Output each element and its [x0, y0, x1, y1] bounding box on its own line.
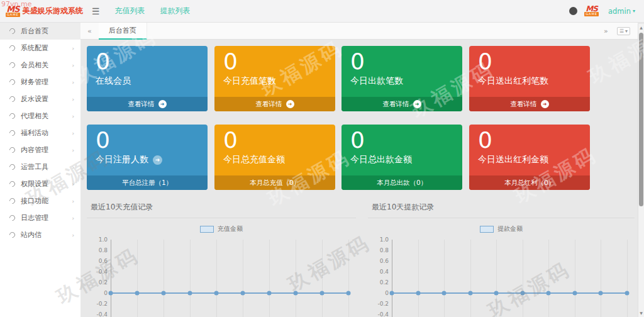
user-dropdown[interactable]: admin ▾	[608, 7, 635, 16]
sidebar-item-label: 内容管理	[21, 145, 72, 155]
view-details-link[interactable]: 查看详情 ➜	[341, 97, 462, 111]
stat-card-online-members: 0 在线会员 查看详情 ➜	[87, 46, 208, 111]
sidebar-item-rebate[interactable]: 反水设置 ›	[0, 91, 80, 108]
sidebar-item-label: 福利活动	[21, 128, 72, 138]
chart-legend[interactable]: 充值金额	[87, 225, 356, 233]
sidebar-item-welfare[interactable]: 福利活动 ›	[0, 125, 80, 142]
sidebar-item-agents[interactable]: 代理相关 ›	[0, 108, 80, 125]
stat-value: 0	[478, 48, 590, 75]
ms-badge-game-text: GAME	[584, 12, 599, 16]
scroll-tabs-right-button[interactable]: »	[604, 27, 608, 35]
data-point	[547, 291, 551, 296]
gridline	[190, 240, 191, 317]
gridline	[601, 240, 601, 317]
nav-recharge-list[interactable]: 充值列表	[115, 6, 145, 16]
scroll-down-icon[interactable]: ▼	[638, 309, 644, 317]
gridline	[470, 240, 471, 317]
stat-card-today-registrations: 0 今日注册人数 ➜ 平台总注册（1）	[87, 125, 208, 190]
nav-withdraw-list[interactable]: 提款列表	[160, 6, 191, 16]
sidebar-item-members[interactable]: 会员相关 ›	[0, 57, 80, 74]
hamburger-menu-icon[interactable]: ☰	[92, 6, 100, 16]
y-axis-tick: -0.4	[96, 311, 108, 317]
sidebar-item-api[interactable]: 接口功能 ›	[0, 192, 80, 209]
sidebar-item-label: 系统配置	[21, 43, 72, 53]
sidebar-item-finance[interactable]: 财务管理 ›	[0, 74, 80, 91]
sidebar-item-dashboard[interactable]: 后台首页	[0, 23, 80, 40]
y-axis: 1.00.80.60.40.20-0.2-0.4-0.6	[88, 240, 108, 317]
sidebar-item-operation-tools[interactable]: 运营工具 ›	[0, 158, 80, 175]
view-details-link[interactable]: 查看详情 ➜	[214, 97, 335, 111]
circle-icon	[8, 129, 16, 137]
scrollbar-thumb[interactable]	[639, 33, 643, 206]
data-point	[599, 291, 603, 296]
y-axis-tick: 0.8	[99, 247, 108, 253]
sidebar-item-label: 反水设置	[21, 94, 72, 104]
view-details-label: 查看详情	[128, 100, 155, 109]
sidebar-item-system-config[interactable]: 系统配置 ›	[0, 40, 80, 57]
y-axis-tick: 1.0	[380, 236, 389, 243]
circle-icon	[8, 214, 16, 222]
submenu-arrow-icon: ›	[72, 113, 74, 120]
tab-list-dropdown[interactable]: ☰ ▾	[617, 27, 630, 35]
y-axis-tick: 0.4	[380, 269, 389, 275]
ms-logo-game-text: GAME	[6, 13, 20, 17]
stat-value: 0	[223, 48, 335, 75]
circle-icon	[8, 78, 16, 86]
message-icon[interactable]	[569, 7, 577, 15]
data-point	[294, 291, 298, 296]
tab-bar-right: » ☰ ▾	[604, 27, 638, 35]
recharge-chart-panel: 最近10天充值记录 充值金额 1.00.80.60.40.20-0.2-0.4-…	[87, 196, 356, 317]
data-point	[442, 291, 447, 296]
stat-value: 0	[96, 48, 208, 75]
circle-icon	[8, 61, 16, 69]
sidebar-item-label: 日志管理	[21, 213, 72, 223]
stat-label: 今日出款笔数	[350, 75, 462, 87]
vertical-scrollbar[interactable]: ▲ ▼	[638, 24, 644, 317]
view-details-label: 查看详情	[256, 100, 282, 109]
ms-badge-text: MS	[586, 6, 597, 12]
sidebar-item-logs[interactable]: 日志管理 ›	[0, 209, 80, 226]
view-details-label: 查看详情	[383, 100, 409, 109]
circle-icon	[8, 180, 16, 188]
data-line	[111, 292, 348, 294]
data-point	[320, 291, 325, 296]
submenu-arrow-icon: ›	[72, 62, 74, 69]
app-logo: MS GAME 美盛娱乐游戏系统	[0, 6, 80, 17]
sidebar-item-content[interactable]: 内容管理 ›	[0, 142, 80, 158]
gridline	[575, 240, 575, 317]
circle-icon	[8, 197, 16, 205]
ms-logo-icon: MS GAME	[6, 6, 20, 17]
arrow-right-icon: ➜	[286, 100, 294, 108]
scroll-up-icon[interactable]: ▲	[638, 24, 644, 31]
sidebar-item-permissions[interactable]: 权限设置 ›	[0, 175, 80, 192]
y-axis-tick: 1.0	[99, 236, 108, 243]
stat-label: 今日送出红利笔数	[478, 75, 590, 87]
view-details-link[interactable]: 查看详情 ➜	[469, 97, 590, 111]
gridline	[444, 240, 445, 317]
y-axis-line	[111, 240, 111, 317]
chart-legend[interactable]: 提款金额	[368, 225, 635, 233]
tab-dashboard[interactable]: 后台首页	[99, 23, 147, 40]
stat-label: 今日充值笔数	[223, 75, 335, 87]
data-point	[162, 291, 166, 296]
y-axis-tick: 0.6	[99, 258, 108, 264]
gridline	[137, 240, 138, 317]
arrow-right-icon: ➜	[158, 100, 167, 108]
footer-note-text: 本月总红利（0）	[504, 179, 555, 187]
data-point	[520, 291, 525, 296]
withdraw-chart-panel: 最近10天提款记录 提款金额 1.00.80.60.40.20-0.2-0.4-…	[368, 196, 635, 317]
card-footer-note: 本月总红利（0）	[469, 175, 590, 190]
scroll-tabs-left-button[interactable]: «	[80, 27, 99, 35]
stat-card-today-withdrawals: 0 今日出款笔数 查看详情 ➜	[341, 46, 462, 111]
stat-value: 0	[478, 127, 590, 153]
y-axis-tick: 0.4	[99, 269, 108, 275]
sidebar-item-messages[interactable]: 站内信 ›	[0, 226, 80, 243]
y-axis-tick: 0	[385, 290, 389, 296]
circle-icon	[8, 95, 16, 103]
submenu-arrow-icon: ›	[72, 164, 74, 170]
circle-icon	[8, 27, 16, 35]
data-point	[241, 291, 245, 296]
view-details-link[interactable]: 查看详情 ➜	[87, 97, 208, 111]
data-point	[494, 291, 499, 296]
arrow-right-icon[interactable]: ➜	[153, 155, 162, 165]
